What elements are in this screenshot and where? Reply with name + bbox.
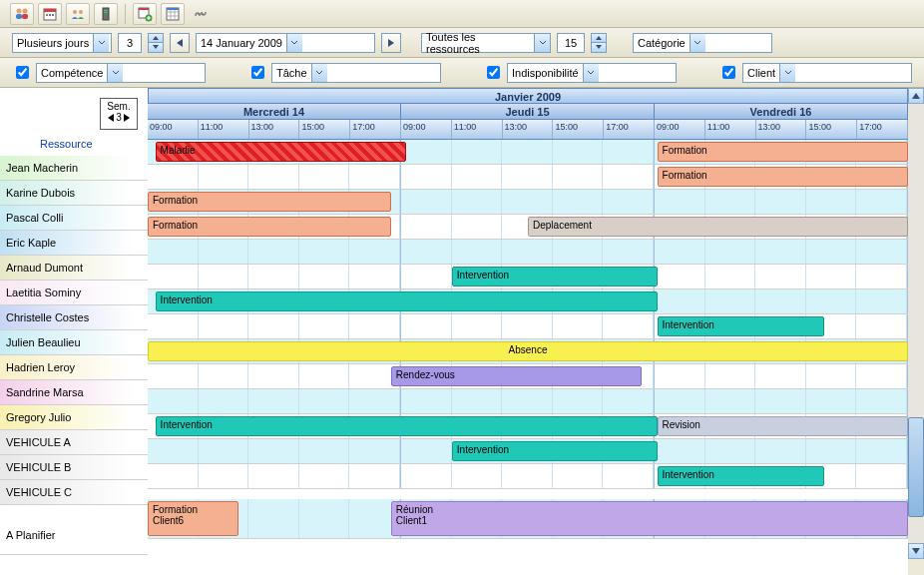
event-revision[interactable]: Revision xyxy=(658,416,908,436)
event-maladie[interactable]: Maladie xyxy=(156,142,406,162)
svg-point-10 xyxy=(79,10,83,14)
separator xyxy=(125,4,126,24)
resource-row[interactable]: Laetitia Sominy xyxy=(0,281,148,305)
resource-row[interactable]: Eric Kaple xyxy=(0,231,148,256)
resource-label: Ressource xyxy=(40,138,93,150)
hour-label: 09:00 xyxy=(401,120,452,139)
date-prev-button[interactable] xyxy=(170,33,190,53)
resource-row[interactable]: Pascal Colli xyxy=(0,206,148,231)
toolbar-filters: Compétence Tâche Indisponibilité Client xyxy=(0,58,924,88)
chevron-down-icon xyxy=(311,64,327,82)
category-combo[interactable]: Catégorie xyxy=(633,33,772,53)
event-intervention[interactable]: Intervention xyxy=(452,267,658,287)
timeline-row[interactable] xyxy=(148,389,908,414)
resource-row[interactable]: Gregory Julio xyxy=(0,405,148,430)
plan-event[interactable]: RéunionClient1 xyxy=(391,501,908,536)
day-header: Vendredi 16 xyxy=(655,104,908,120)
tb-cal-add-icon[interactable] xyxy=(133,3,157,25)
client-checkbox[interactable] xyxy=(722,66,735,79)
event-intervention[interactable]: Intervention xyxy=(156,416,658,436)
scroll-thumb[interactable] xyxy=(908,417,924,517)
resource-row[interactable]: VEHICULE C xyxy=(0,480,148,505)
chevron-down-icon xyxy=(690,34,705,52)
chevron-down-icon xyxy=(286,34,302,52)
svg-point-1 xyxy=(23,8,28,13)
days-spin[interactable] xyxy=(148,33,164,53)
tache-combo[interactable]: Tâche xyxy=(271,63,441,83)
days-count-field[interactable]: 3 xyxy=(118,33,142,53)
timeline-row[interactable]: InterventionRevision xyxy=(148,414,908,439)
hour-label: 15:00 xyxy=(806,120,857,139)
tb-server-icon[interactable] xyxy=(94,3,118,25)
timeline-row[interactable]: MaladieFormation xyxy=(148,140,908,165)
tb-link-icon[interactable] xyxy=(189,3,213,25)
resource-row[interactable]: Jean Macherin xyxy=(0,156,148,181)
resource-row[interactable]: Christelle Costes xyxy=(0,305,148,330)
resource-row[interactable]: Sandrine Marsa xyxy=(0,380,148,405)
event-intervention[interactable]: Intervention xyxy=(452,441,658,461)
date-combo[interactable]: 14 January 2009 xyxy=(196,33,375,53)
resource-row[interactable]: Karine Dubois xyxy=(0,181,148,206)
timeline-row[interactable]: FormationDeplacement xyxy=(148,215,908,240)
timeline-row[interactable] xyxy=(148,240,908,265)
event-intervention[interactable]: Intervention xyxy=(658,316,825,336)
tache-checkbox[interactable] xyxy=(251,66,264,79)
planner-timeline-row[interactable]: FormationClient6RéunionClient1 xyxy=(148,499,908,539)
resource-column: Sem. 3 Ressource Jean MacherinKarine Dub… xyxy=(0,88,148,575)
resource-row[interactable]: VEHICULE A xyxy=(0,430,148,455)
resource-row[interactable]: VEHICULE B xyxy=(0,455,148,480)
tb-calendar-icon[interactable] xyxy=(38,3,62,25)
competence-combo[interactable]: Compétence xyxy=(36,63,206,83)
timeline-row[interactable]: Absence xyxy=(148,339,908,364)
day-header: Mercredi 14 xyxy=(148,104,401,120)
view-mode-combo[interactable]: Plusieurs jours xyxy=(12,33,112,53)
planner-row[interactable]: A Planifier xyxy=(0,515,148,555)
svg-rect-5 xyxy=(44,9,56,12)
event-formation[interactable]: Formation xyxy=(658,142,908,162)
view-mode-value: Plusieurs jours xyxy=(17,37,89,49)
tb-team-icon[interactable] xyxy=(66,3,90,25)
date-value: 14 January 2009 xyxy=(201,37,282,49)
hours-spin[interactable] xyxy=(591,33,607,53)
hour-label: 13:00 xyxy=(249,120,300,139)
scroll-up-button[interactable] xyxy=(908,88,924,104)
date-next-button[interactable] xyxy=(381,33,401,53)
client-combo[interactable]: Client xyxy=(742,63,912,83)
event-formation[interactable]: Formation xyxy=(148,217,391,237)
timeline-row[interactable]: Formation xyxy=(148,165,908,190)
event-rendez-vous[interactable]: Rendez-vous xyxy=(391,366,642,386)
timeline-row[interactable]: Intervention xyxy=(148,265,908,289)
event-deplacement[interactable]: Deplacement xyxy=(528,217,908,237)
plan-event[interactable]: FormationClient6 xyxy=(148,501,238,536)
timeline-row[interactable]: Intervention xyxy=(148,314,908,339)
resources-filter-combo[interactable]: Toutes les ressources xyxy=(421,33,551,53)
month-header: Janvier 2009 xyxy=(148,88,908,104)
hour-label: 15:00 xyxy=(553,120,604,139)
timeline-row[interactable]: Rendez-vous xyxy=(148,364,908,389)
event-intervention[interactable]: Intervention xyxy=(658,466,825,486)
hour-label: 13:00 xyxy=(756,120,807,139)
indispo-checkbox[interactable] xyxy=(487,66,500,79)
vertical-scrollbar[interactable] xyxy=(908,88,924,559)
event-intervention[interactable]: Intervention xyxy=(156,291,658,311)
hour-label: 15:00 xyxy=(299,120,350,139)
resource-row[interactable]: Arnaud Dumont xyxy=(0,256,148,281)
event-absence[interactable]: Absence xyxy=(148,341,908,361)
event-formation[interactable]: Formation xyxy=(148,192,391,212)
event-formation[interactable]: Formation xyxy=(658,167,908,187)
scroll-down-button[interactable] xyxy=(908,543,924,559)
hour-label: 09:00 xyxy=(655,120,705,139)
timeline-row[interactable]: Intervention xyxy=(148,289,908,314)
hours-field[interactable]: 15 xyxy=(557,33,585,53)
timeline-row[interactable]: Intervention xyxy=(148,464,908,489)
timeline-row[interactable]: Intervention xyxy=(148,439,908,464)
indispo-combo[interactable]: Indisponibilité xyxy=(507,63,677,83)
week-spinner[interactable]: Sem. 3 xyxy=(100,98,138,130)
tb-cal-grid-icon[interactable] xyxy=(161,3,185,25)
resource-row[interactable]: Julien Beaulieu xyxy=(0,330,148,355)
svg-rect-6 xyxy=(46,14,48,16)
tb-people-icon[interactable] xyxy=(10,3,34,25)
timeline-row[interactable]: Formation xyxy=(148,190,908,215)
resource-row[interactable]: Hadrien Leroy xyxy=(0,355,148,380)
competence-checkbox[interactable] xyxy=(16,66,29,79)
